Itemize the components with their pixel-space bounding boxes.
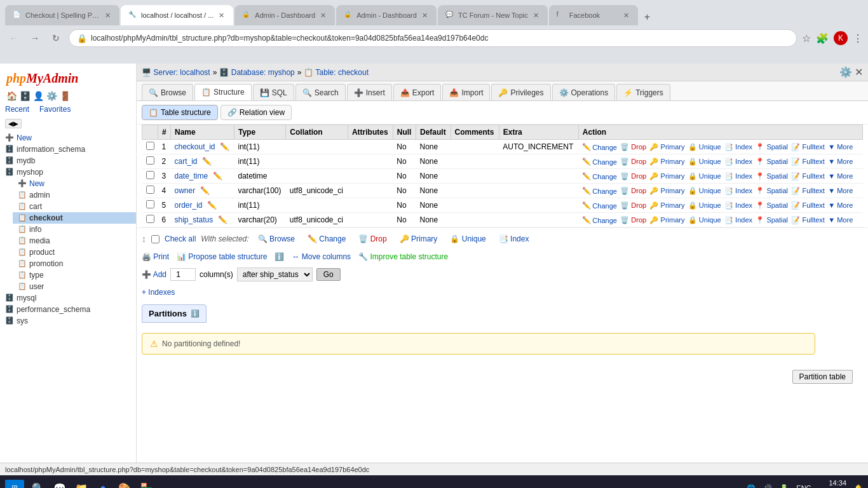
edit-icon-5[interactable]: ✏️ xyxy=(207,201,217,210)
fulltext-link-1[interactable]: 📝 Fulltext xyxy=(791,143,825,151)
db-icon[interactable]: 🗄️ xyxy=(20,91,31,101)
more-link-1[interactable]: ▼ More xyxy=(828,143,853,151)
tab-privileges[interactable]: 🔑 Privileges xyxy=(491,84,550,100)
tab-search[interactable]: 🔍 Search xyxy=(295,84,346,100)
unique-link-5[interactable]: 🔒 Unique xyxy=(688,201,721,210)
drop-link-5[interactable]: 🗑️ Drop xyxy=(620,201,646,210)
more-link-4[interactable]: ▼ More xyxy=(828,187,853,194)
sidebar-item-checkout[interactable]: 📋 checkout xyxy=(13,212,136,224)
propose-link[interactable]: 📊 Propose table structure xyxy=(177,252,267,261)
tab-insert[interactable]: ➕ Insert xyxy=(347,84,392,100)
fulltext-link-2[interactable]: 📝 Fulltext xyxy=(791,158,825,166)
unique-link-4[interactable]: 🔒 Unique xyxy=(688,187,721,195)
spatial-link-2[interactable]: 📍 Spatial xyxy=(756,158,788,166)
unique-link-1[interactable]: 🔒 Unique xyxy=(688,143,721,151)
spatial-link-3[interactable]: 📍 Spatial xyxy=(756,172,788,180)
taskbar-store-icon[interactable]: 🏪 xyxy=(137,479,155,488)
tab-localhost[interactable]: 🔧 localhost / localhost / ... ✕ xyxy=(121,5,233,25)
drop-selected-button[interactable]: 🗑️ Drop xyxy=(355,233,390,245)
favorites-label[interactable]: Favorites xyxy=(39,105,71,114)
taskbar-chrome-icon[interactable]: ● xyxy=(94,479,112,488)
drop-link-2[interactable]: 🗑️ Drop xyxy=(620,158,646,166)
taskbar-fileexplorer-icon[interactable]: 📁 xyxy=(72,479,90,488)
sidebar-item-type[interactable]: 📋 type xyxy=(13,269,136,281)
logout-icon[interactable]: 🚪 xyxy=(60,91,71,101)
more-link-6[interactable]: ▼ More xyxy=(828,216,853,224)
edit-icon-1[interactable]: ✏️ xyxy=(220,142,229,151)
sidebar-item-sys[interactable]: 🗄️ sys xyxy=(0,315,136,327)
user-icon[interactable]: 👤 xyxy=(33,91,44,101)
taskbar-time-block[interactable]: 14:34 9/3/2562 xyxy=(819,478,846,488)
primary-link-1[interactable]: 🔑 Primary xyxy=(649,143,684,151)
spatial-link-1[interactable]: 📍 Spatial xyxy=(756,143,788,151)
primary-link-3[interactable]: 🔑 Primary xyxy=(649,172,684,180)
sub-tab-table-structure[interactable]: 📋 Table structure xyxy=(142,105,218,120)
lang-label[interactable]: ENG xyxy=(796,484,811,488)
tab-close-5[interactable]: ✕ xyxy=(532,11,540,20)
tab-admin1[interactable]: 🔒 Admin - Dashboard ✕ xyxy=(234,5,335,25)
sidebar-item-mysql[interactable]: 🗄️ mysql xyxy=(0,292,136,304)
check-all-link[interactable]: Check all xyxy=(165,234,196,243)
server-link[interactable]: 🖥️ Server: localhost xyxy=(142,68,210,77)
primary-link-4[interactable]: 🔑 Primary xyxy=(649,187,684,195)
unique-link-6[interactable]: 🔒 Unique xyxy=(688,216,721,224)
sidebar-item-promotion[interactable]: 📋 promotion xyxy=(13,258,136,269)
edit-icon-6[interactable]: ✏️ xyxy=(218,215,227,224)
spatial-link-5[interactable]: 📍 Spatial xyxy=(756,201,788,210)
more-link-5[interactable]: ▼ More xyxy=(828,201,853,209)
spatial-link-6[interactable]: 📍 Spatial xyxy=(756,216,788,224)
fulltext-link-5[interactable]: 📝 Fulltext xyxy=(791,201,825,210)
improve-link[interactable]: 🔧 Improve table structure xyxy=(358,252,448,261)
edit-icon-3[interactable]: ✏️ xyxy=(213,172,222,180)
browse-selected-button[interactable]: 🔍 Browse xyxy=(254,233,299,245)
sidebar-item-info[interactable]: 📋 info xyxy=(13,224,136,235)
add-label[interactable]: ➕ Add xyxy=(142,270,166,279)
forward-button[interactable]: → xyxy=(27,32,43,44)
fulltext-link-3[interactable]: 📝 Fulltext xyxy=(791,172,825,180)
notification-icon[interactable]: 🔔 xyxy=(854,484,863,489)
tab-sql[interactable]: 💾 SQL xyxy=(253,84,294,100)
primary-link-6[interactable]: 🔑 Primary xyxy=(649,216,684,224)
menu-icon[interactable]: ⋮ xyxy=(853,32,863,44)
settings-icon[interactable]: ⚙️ xyxy=(46,91,57,101)
tab-facebook[interactable]: f Facebook ✕ xyxy=(549,5,638,25)
unique-selected-button[interactable]: 🔒 Unique xyxy=(446,233,489,245)
partitions-info-icon[interactable]: ℹ️ xyxy=(191,309,200,318)
primary-selected-button[interactable]: 🔑 Primary xyxy=(396,233,442,245)
reload-button[interactable]: ↻ xyxy=(48,32,64,44)
index-link-6[interactable]: 📑 Index xyxy=(724,216,752,224)
row-checkbox-6[interactable] xyxy=(142,213,158,227)
index-link-5[interactable]: 📑 Index xyxy=(724,201,752,210)
drop-link-6[interactable]: 🗑️ Drop xyxy=(620,216,646,224)
sidebar-item-myshop[interactable]: 🗄️ myshop xyxy=(0,166,136,178)
home-icon[interactable]: 🏠 xyxy=(6,91,17,101)
start-button[interactable]: ⊞ xyxy=(5,480,24,488)
taskbar-search-icon[interactable]: 🔍 xyxy=(29,479,47,488)
add-columns-input[interactable] xyxy=(170,268,196,281)
tab-close-6[interactable]: ✕ xyxy=(622,11,630,20)
change-link-4[interactable]: ✏️ Change xyxy=(582,187,617,195)
tab-operations[interactable]: ⚙️ Operations xyxy=(552,84,616,100)
sub-tab-relation-view[interactable]: 🔗 Relation view xyxy=(220,105,292,120)
change-selected-button[interactable]: ✏️ Change xyxy=(304,233,349,245)
taskbar-cortana-icon[interactable]: 💬 xyxy=(51,479,69,488)
partitions-header[interactable]: Partitions ℹ️ xyxy=(142,304,207,323)
table-link[interactable]: 📋 Table: checkout xyxy=(304,68,369,77)
row-checkbox-1[interactable] xyxy=(142,140,158,154)
partition-table-button[interactable]: Partition table xyxy=(792,370,853,384)
unique-link-2[interactable]: 🔒 Unique xyxy=(688,158,721,166)
tab-structure[interactable]: 📋 Structure xyxy=(194,84,252,100)
sidebar-new-item[interactable]: ➕ New xyxy=(0,132,136,144)
sidebar-item-mydb[interactable]: 🗄️ mydb xyxy=(0,155,136,166)
battery-icon[interactable]: 🔋 xyxy=(780,484,789,489)
drop-link-3[interactable]: 🗑️ Drop xyxy=(620,172,646,180)
change-link-1[interactable]: ✏️ Change xyxy=(582,143,617,151)
new-tab-button[interactable]: + xyxy=(639,9,655,25)
index-selected-button[interactable]: 📑 Index xyxy=(495,233,533,245)
volume-icon[interactable]: 🔊 xyxy=(763,484,772,489)
sidebar-item-user[interactable]: 📋 user xyxy=(13,281,136,292)
tab-admin2[interactable]: 🔒 Admin - Dashboard ✕ xyxy=(336,5,437,25)
tab-close-4[interactable]: ✕ xyxy=(421,11,429,20)
db-link[interactable]: 🗄️ Database: myshop xyxy=(219,68,294,77)
tab-close-2[interactable]: ✕ xyxy=(217,11,226,20)
